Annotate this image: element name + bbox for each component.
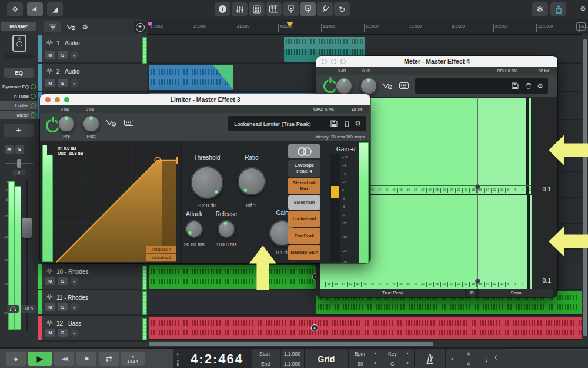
track-collapse-icon[interactable]: ▾: [39, 284, 41, 288]
limiter-option-button[interactable]: Makeup Gain: [288, 245, 320, 260]
metronome-icon[interactable]: [415, 349, 446, 368]
attack-knob[interactable]: [185, 220, 203, 238]
automation-icon[interactable]: [106, 119, 116, 127]
fade-tool-icon[interactable]: ◢: [47, 2, 63, 16]
horizontal-scrollbar[interactable]: [147, 340, 588, 347]
eq-button[interactable]: EQ: [4, 68, 34, 78]
settings-gear-icon[interactable]: ⚙: [580, 5, 586, 13]
limiter-option-button[interactable]: Sidechain: [288, 195, 320, 210]
ratio-knob[interactable]: [238, 167, 266, 195]
track-solo-button[interactable]: S: [58, 303, 68, 311]
tuning-fork-icon[interactable]: [317, 2, 333, 16]
track-solo-button[interactable]: S: [58, 79, 68, 87]
effect-power-icon[interactable]: [31, 112, 36, 118]
limiter-window-titlebar[interactable]: Limiter - Master Effect 3: [40, 94, 370, 105]
effect-item[interactable]: Limiter: [0, 101, 38, 110]
keyboard-icon[interactable]: [399, 82, 409, 89]
count-in-button[interactable]: ● 1234: [121, 352, 145, 366]
track-header[interactable]: 1 - AudioMS●▾: [38, 35, 147, 64]
post-gain-knob[interactable]: [82, 115, 100, 132]
stereo-toggle-button[interactable]: [288, 144, 320, 158]
zoom-icon[interactable]: [340, 59, 346, 64]
track-collapse-icon[interactable]: ▾: [39, 58, 41, 62]
track-header[interactable]: 12 - BassMS●▾: [38, 316, 147, 342]
stop-button[interactable]: ■: [76, 352, 96, 366]
effect-item[interactable]: Dynamic EQ: [0, 82, 38, 91]
info-icon[interactable]: i: [215, 2, 230, 16]
track-solo-button[interactable]: S: [58, 329, 68, 337]
track-header[interactable]: 11 - RhodesMS●▾: [38, 290, 147, 316]
end-value[interactable]: 1:1:000: [284, 361, 300, 367]
track-name[interactable]: 1 - Audio: [56, 40, 79, 47]
meter-position-line[interactable]: [477, 97, 478, 289]
track-mute-button[interactable]: M: [45, 51, 55, 59]
effect-power-icon[interactable]: [31, 94, 36, 99]
pan-slider-handle[interactable]: [17, 159, 21, 168]
key-up-icon[interactable]: ▲: [406, 352, 409, 355]
mixer-icon[interactable]: [232, 2, 248, 16]
trash-icon[interactable]: [526, 82, 532, 89]
play-button[interactable]: ▶: [28, 352, 52, 366]
record-button[interactable]: ●: [6, 352, 26, 366]
piano-icon[interactable]: [266, 2, 282, 16]
share-icon[interactable]: [550, 2, 566, 16]
loop-button[interactable]: ⇄: [99, 352, 119, 366]
move-tool-icon[interactable]: ✥: [7, 2, 23, 16]
track-mute-button[interactable]: M: [45, 329, 55, 337]
threshold-knob[interactable]: [191, 166, 223, 199]
effect-power-icon[interactable]: [31, 103, 36, 108]
start-value[interactable]: 1:1:000: [284, 351, 300, 357]
clip-fade-out[interactable]: [213, 65, 233, 90]
save-icon[interactable]: [330, 120, 338, 127]
track-collapse-icon[interactable]: ▾: [39, 336, 41, 340]
headphones-icon[interactable]: [7, 305, 19, 313]
key-value[interactable]: G: [390, 361, 395, 367]
rewind-button[interactable]: ◀◀: [54, 352, 74, 366]
track-record-button[interactable]: ●: [70, 329, 79, 337]
track-header[interactable]: 10 - RhodesMS●▾: [38, 264, 147, 290]
track-settings-gear-icon[interactable]: ⚙: [79, 21, 91, 32]
vertical-scrollbar[interactable]: [582, 34, 588, 340]
audio-clip-track12[interactable]: ●: [149, 317, 588, 339]
automation-icon[interactable]: [382, 82, 393, 90]
meter-window-titlebar[interactable]: Meter - Master Effect 4: [316, 56, 557, 67]
bpm-value[interactable]: 80: [358, 361, 363, 367]
master-solo-button[interactable]: S: [15, 145, 24, 154]
track-record-button[interactable]: ●: [70, 277, 79, 286]
bpm-section[interactable]: Bpm 80 ▲ ▼: [349, 349, 382, 368]
audio-clip-track10[interactable]: ●: [149, 265, 316, 289]
limiter-option-button[interactable]: StereoLinkMax: [288, 178, 320, 194]
pre-gain-knob[interactable]: [58, 115, 75, 132]
bpm-down-icon[interactable]: ▼: [373, 362, 377, 365]
key-section[interactable]: Key G ▲ ▼: [382, 349, 415, 368]
refresh-icon[interactable]: ↻: [334, 2, 350, 16]
master-gain-value[interactable]: +0.0: [21, 305, 36, 313]
close-icon[interactable]: [45, 97, 51, 102]
effect-power-icon[interactable]: [31, 84, 36, 89]
playhead-marker[interactable]: [286, 22, 293, 27]
key-down-icon[interactable]: ▼: [406, 362, 409, 365]
track-solo-button[interactable]: S: [58, 51, 68, 59]
meter-line-handle[interactable]: [475, 279, 480, 284]
clip-handle[interactable]: ●: [311, 324, 318, 331]
track-record-button[interactable]: ●: [70, 51, 79, 59]
track-solo-button[interactable]: S: [58, 277, 68, 285]
limiter-option-button[interactable]: EnvelopePeak: 4: [288, 160, 320, 177]
instrument-2-icon[interactable]: [300, 2, 316, 16]
limiter-option-button[interactable]: TruePeak: [288, 228, 320, 244]
live-indicator[interactable]: LIVE: [173, 349, 182, 368]
minimize-icon[interactable]: [331, 59, 336, 64]
limiter-graph[interactable]: In: 0.0 dB Out: -18.9 dB Truepeak 4 Look…: [40, 141, 182, 263]
track-record-button[interactable]: ●: [70, 79, 79, 88]
meter-line-handle[interactable]: [475, 184, 480, 190]
keyboard-icon[interactable]: [124, 120, 133, 126]
grid-button[interactable]: Grid: [305, 349, 349, 368]
minimize-icon[interactable]: [55, 97, 60, 102]
track-name[interactable]: 2 - Audio: [56, 68, 79, 75]
graph-lookahead-button[interactable]: Lookahead: [146, 254, 176, 261]
add-effect-button[interactable]: +: [4, 124, 34, 137]
trash-icon[interactable]: [344, 120, 350, 127]
instrument-icon[interactable]: [283, 2, 299, 16]
timeline-ruler[interactable]: ↔ 1:1:0002:1:0003:1:0004:1:0005:1:0006:1…: [147, 21, 588, 35]
track-mute-button[interactable]: M: [45, 303, 55, 311]
